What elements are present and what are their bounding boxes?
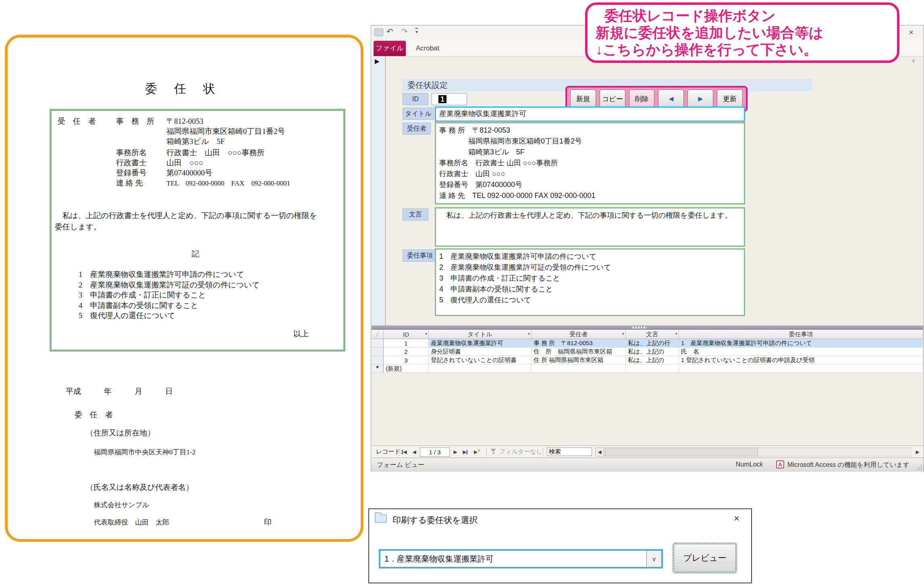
cell-empty[interactable] xyxy=(626,364,679,373)
previous-record-button[interactable]: ◀ xyxy=(658,90,684,108)
id-label: ID xyxy=(403,93,428,105)
title-value: 産業廃棄物収集運搬業許可 xyxy=(436,108,744,120)
cell-phrase[interactable]: 私は、上記の行 xyxy=(626,339,679,348)
column-header-phrase[interactable]: 文言▾ xyxy=(626,330,679,339)
doc-delegator-label: 委 任 者 xyxy=(75,410,113,420)
status-bar: フォーム ビュー NumLock A Microsoft Access の機能を… xyxy=(371,458,924,472)
previous-record-icon[interactable]: ◀ xyxy=(410,448,419,456)
search-input[interactable] xyxy=(547,448,592,456)
cell-id[interactable]: 3 xyxy=(384,356,429,364)
cell-recipient[interactable]: 事 務 所 〒812-0053 xyxy=(532,339,626,348)
splitter-handle-icon[interactable] xyxy=(632,327,647,329)
phrase-value: 私は、上記の行政書士を代理人と定め、下記の事項に関する一切の権限を委任します。 xyxy=(436,208,744,223)
column-header-matters[interactable]: 委任事項 xyxy=(679,330,923,339)
matters-field[interactable]: 1 産業廃棄物収集運搬業許可申請の件について 2 産業廃棄物収集運搬業許可証の受… xyxy=(435,248,745,316)
doc-item: 3 申請書の作成・訂正に関すること xyxy=(79,290,206,300)
doc-item: 1 産業廃棄物収集運搬業許可申請の件について xyxy=(79,269,244,280)
access-logo-icon: A xyxy=(776,460,784,468)
close-icon[interactable]: × xyxy=(730,512,743,525)
doc-item: 4 申請書副本の受領に関すること xyxy=(79,300,198,311)
column-header-id[interactable]: ID▾ xyxy=(384,330,429,339)
new-row-marker[interactable]: * xyxy=(372,364,384,373)
record-counter[interactable]: 1 / 3 xyxy=(420,448,450,457)
tab-acrobat[interactable]: Acrobat xyxy=(410,41,445,56)
undo-icon[interactable]: ↶ xyxy=(386,27,393,36)
sort-arrow-icon[interactable]: ▾ xyxy=(622,331,624,336)
datasheet-splitter[interactable] xyxy=(372,325,923,330)
matters-line: 5 復代理人の選任について xyxy=(439,295,741,306)
next-record-icon[interactable]: ▶ xyxy=(451,448,460,456)
access-window: ↶ ↷ ▾ × ファイル Acrobat ∨ ▶ 委任状設定 ID 1 新規 コ… xyxy=(371,25,924,472)
folder-icon xyxy=(375,514,387,523)
redo-icon[interactable]: ↷ xyxy=(401,27,408,36)
cell-empty[interactable] xyxy=(532,364,626,373)
column-header-title[interactable]: タイトル▾ xyxy=(429,330,532,339)
delegation-select-combobox[interactable]: 1．産業廃棄物収集運搬業許可 ∨ xyxy=(379,549,663,568)
new-blank-record-icon[interactable]: ▶* xyxy=(471,448,483,456)
cell-matters[interactable]: 氏 名 xyxy=(679,348,923,356)
next-record-button[interactable]: ▶ xyxy=(687,90,713,108)
doc-address-value: 福岡県福岡市中央区天神0丁目1-2 xyxy=(94,448,195,457)
first-record-icon[interactable]: ◀ xyxy=(400,448,409,456)
title-field[interactable]: 産業廃棄物収集運搬業許可 xyxy=(435,106,745,122)
datasheet-header-row: ╱ ID▾ タイトル▾ 受任者▾ 文言▾ 委任事項 xyxy=(372,330,923,339)
close-icon[interactable]: × xyxy=(903,26,919,38)
cell-id[interactable]: 1 xyxy=(384,339,429,348)
cell-title[interactable]: 身分証明書 xyxy=(429,348,532,356)
sort-arrow-icon[interactable]: ▾ xyxy=(425,331,427,336)
id-field[interactable]: 1 xyxy=(432,93,467,105)
cell-title[interactable]: 登記されていないことの証明書 xyxy=(429,356,532,364)
doc-renraku-label: 連 絡 先 xyxy=(116,178,143,188)
delete-record-button[interactable]: 削除 xyxy=(629,90,655,108)
sort-arrow-icon[interactable]: ▾ xyxy=(675,331,677,336)
row-selector[interactable] xyxy=(372,348,384,356)
record-selector-bar[interactable]: ▶ xyxy=(372,56,386,325)
sort-arrow-icon[interactable]: ▾ xyxy=(528,331,530,336)
recipient-line: 事務所名 行政書士 山田 ○○○事務所 xyxy=(439,158,741,169)
phrase-label: 文言 xyxy=(403,208,428,221)
doc-ijou: 以上 xyxy=(293,329,309,339)
cell-recipient[interactable]: 住 所 福岡県福岡市東区箱 xyxy=(532,348,626,356)
callout-line: 新規に委任状を追加したい場合等は xyxy=(596,24,889,41)
cell-empty[interactable] xyxy=(429,364,532,373)
cell-id[interactable]: 2 xyxy=(384,348,429,356)
customize-qat-icon[interactable]: ▾ xyxy=(415,28,418,35)
preview-button[interactable]: プレビュー xyxy=(674,544,736,572)
doc-touroku-value: 第07400000号 xyxy=(166,168,212,178)
cell-phrase[interactable]: 私は、上記の xyxy=(626,356,679,364)
tab-file[interactable]: ファイル xyxy=(374,41,406,56)
doc-office-label: 事 務 所 xyxy=(116,116,154,127)
scrollbar-thumb[interactable] xyxy=(605,448,758,456)
cell-phrase[interactable]: 私は、上記の xyxy=(626,348,679,356)
resize-grip-icon[interactable] xyxy=(916,464,922,470)
cell-matters[interactable]: 1 登記されていないことの証明書の申請及び受領 xyxy=(679,356,923,364)
recipient-field[interactable]: 事 務 所 〒812-0053 福岡県福岡市東区箱崎0丁目1番2号 箱崎第3ビル… xyxy=(435,122,745,204)
cell-empty[interactable] xyxy=(679,364,923,373)
copy-record-button[interactable]: コピー xyxy=(600,90,625,108)
row-selector[interactable] xyxy=(372,356,384,364)
scroll-right-icon[interactable]: ▶ xyxy=(913,448,922,456)
recipient-line: 連 絡 先 TEL 092-000-0000 FAX 092-000-0001 xyxy=(439,190,741,201)
id-value: 1 xyxy=(438,95,446,103)
cell-matters[interactable]: 1 産業廃棄物収集運搬業許可申請の件について xyxy=(679,339,923,348)
cell-title[interactable]: 産業廃棄物収集運搬業許可 xyxy=(429,339,532,348)
doc-office-name-value: 行政書士 山田 ○○○事務所 xyxy=(166,148,264,158)
chevron-down-icon[interactable]: ∨ xyxy=(646,550,662,567)
row-selector[interactable] xyxy=(372,339,384,348)
cell-new[interactable]: (新規) xyxy=(384,364,429,373)
new-record-button[interactable]: 新規 xyxy=(570,90,596,108)
doc-address-caption: （住所又は所在地） xyxy=(86,428,155,438)
column-header-recipient[interactable]: 受任者▾ xyxy=(532,330,626,339)
numlock-indicator: NumLock xyxy=(736,461,763,468)
scroll-left-icon[interactable]: ◀ xyxy=(595,448,604,456)
datasheet-corner-icon[interactable]: ╱ xyxy=(372,330,384,339)
recipient-line: 事 務 所 〒812-0053 xyxy=(439,125,741,136)
update-record-button[interactable]: 更新 xyxy=(717,90,743,108)
last-record-icon[interactable]: ▶ xyxy=(461,448,469,456)
annotation-callout: 委任状レコード操作ボタン 新規に委任状を追加したい場合等は ↓こちらから操作を行… xyxy=(585,2,899,63)
phrase-field[interactable]: 私は、上記の行政書士を代理人と定め、下記の事項に関する一切の権限を委任します。 xyxy=(435,207,745,247)
cell-recipient[interactable]: 住 所 福岡県福岡市東区箱 xyxy=(532,356,626,364)
ribbon-collapse-icon[interactable]: ∨ xyxy=(909,58,918,66)
combobox-value: 1．産業廃棄物収集運搬業許可 xyxy=(380,550,646,567)
recipient-line: 登録番号 第07400000号 xyxy=(439,179,741,190)
